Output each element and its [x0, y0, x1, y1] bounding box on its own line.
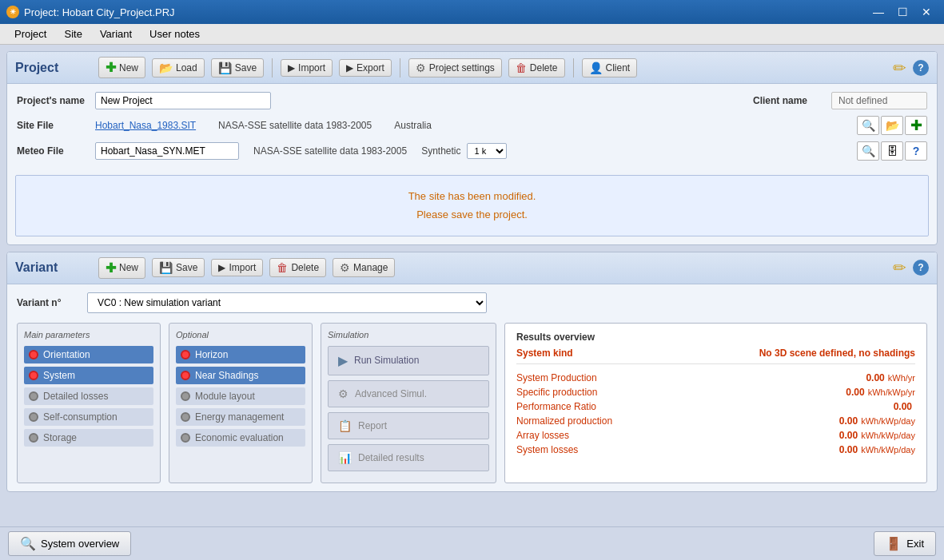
radio-horizon: [181, 350, 190, 359]
meteo-db-button[interactable]: 🗄: [881, 141, 903, 161]
detailed-results-button[interactable]: 📊 Detailed results: [328, 444, 489, 471]
param-self-consumption[interactable]: Self-consumption: [24, 408, 153, 426]
meteo-file-type: Synthetic: [421, 145, 460, 157]
restore-button[interactable]: ☐: [891, 3, 914, 21]
variant-manage-button[interactable]: ⚙ Manage: [333, 258, 395, 277]
param-orientation[interactable]: Orientation: [24, 346, 153, 363]
param-near-shadings[interactable]: Near Shadings: [176, 367, 305, 384]
main-parameters-box: Main parameters Orientation System Detai…: [17, 323, 161, 483]
advanced-simulation-label: Advanced Simul.: [355, 388, 427, 399]
site-add-button[interactable]: ✚: [905, 116, 927, 135]
project-settings-button[interactable]: ⚙ Project settings: [408, 58, 502, 77]
help-icon-variant[interactable]: ?: [913, 260, 929, 276]
result-specific-production: Specific production 0.00 kWh/kWp/yr: [516, 387, 915, 398]
param-energy-management[interactable]: Energy management: [176, 408, 305, 426]
radio-module-layout: [181, 391, 190, 401]
result-array-losses: Array losses 0.00 kWh/kWp/day: [516, 430, 915, 441]
param-horizon[interactable]: Horizon: [176, 346, 305, 363]
project-delete-button[interactable]: 🗑 Delete: [508, 58, 565, 77]
save-icon-variant: 💾: [159, 261, 173, 274]
variant-label: Variant n°: [17, 297, 81, 308]
menu-variant[interactable]: Variant: [92, 26, 140, 42]
site-file-link[interactable]: Hobart_Nasa_1983.SIT: [95, 120, 196, 131]
person-icon: 👤: [589, 62, 603, 74]
optional-title: Optional: [176, 330, 305, 340]
project-export-button[interactable]: ▶ Export: [339, 59, 392, 77]
variant-delete-label: Delete: [291, 262, 319, 273]
variant-save-label: Save: [176, 262, 197, 273]
folder-icon: 📂: [159, 62, 173, 74]
site-search-button[interactable]: 🔍: [857, 116, 879, 135]
site-folder-button[interactable]: 📂: [881, 116, 903, 135]
meteo-search-button[interactable]: 🔍: [857, 141, 879, 161]
meteo-resolution-select[interactable]: 1 k: [467, 143, 507, 159]
result-system-production-values: 0.00 kWh/yr: [866, 372, 915, 383]
result-performance-ratio: Performance Ratio 0.00: [516, 401, 915, 412]
search-icon-bottom: 🔍: [20, 536, 36, 551]
result-normalized-production-values: 0.00 kWh/kWp/day: [839, 415, 915, 427]
report-button[interactable]: 📋 Report: [328, 412, 489, 439]
system-overview-button[interactable]: 🔍 System overview: [8, 531, 131, 556]
title-bar-controls[interactable]: — ☐ ✕: [867, 3, 938, 21]
result-specific-production-label: Specific production: [516, 387, 597, 398]
param-module-layout[interactable]: Module layout: [176, 387, 305, 405]
title-bar-left: ☀ Project: Hobart City_Project.PRJ: [6, 6, 175, 18]
result-system-losses-label: System losses: [516, 444, 578, 455]
param-system[interactable]: System: [24, 367, 153, 384]
result-system-losses: System losses 0.00 kWh/kWp/day: [516, 444, 915, 455]
param-storage-label: Storage: [43, 432, 77, 443]
results-overview-box: Results overview System kind No 3D scene…: [504, 323, 927, 483]
help-icon[interactable]: ?: [913, 60, 929, 76]
project-client-button[interactable]: 👤 Client: [582, 58, 638, 77]
param-economic-evaluation-label: Economic evaluation: [195, 432, 284, 443]
chart-icon: 📊: [338, 451, 352, 464]
variant-import-label: Import: [229, 262, 256, 273]
result-performance-ratio-values: 0.00: [894, 401, 915, 412]
project-name-input[interactable]: [95, 92, 271, 109]
pencil-icon[interactable]: ✏: [893, 58, 906, 77]
system-kind-label: System kind: [516, 348, 573, 359]
meteo-file-input[interactable]: [95, 142, 239, 160]
param-system-label: System: [43, 370, 75, 381]
radio-storage: [29, 433, 38, 443]
project-body: Project's name Client name Not defined S…: [7, 84, 937, 175]
param-module-layout-label: Module layout: [195, 391, 255, 402]
menu-user-notes[interactable]: User notes: [141, 26, 208, 42]
exit-button[interactable]: 🚪 Exit: [874, 531, 936, 556]
main-parameters-title: Main parameters: [24, 330, 153, 340]
project-panel: Project ✚ New 📂 Load 💾 Save ▶ Import ▶ E…: [6, 51, 938, 245]
sim-gear-icon: ⚙: [338, 387, 349, 400]
project-import-button[interactable]: ▶ Import: [281, 59, 333, 77]
meteo-help-button[interactable]: ?: [905, 141, 927, 161]
menu-project[interactable]: Project: [6, 26, 54, 42]
variant-select[interactable]: VC0 : New simulation variant: [87, 292, 487, 313]
result-array-losses-values: 0.00 kWh/kWp/day: [839, 430, 915, 441]
project-export-label: Export: [356, 62, 384, 73]
alert-line2: Please save the project.: [27, 205, 917, 224]
variant-body: Variant n° VC0 : New simulation variant …: [7, 284, 937, 491]
variant-import-button[interactable]: ▶ Import: [211, 259, 263, 276]
project-new-button[interactable]: ✚ New: [98, 57, 145, 78]
radio-near-shadings: [181, 371, 190, 380]
exit-icon: 🚪: [886, 536, 902, 551]
simulation-title: Simulation: [328, 330, 489, 340]
menu-site[interactable]: Site: [56, 26, 90, 42]
project-load-button[interactable]: 📂 Load: [152, 58, 205, 77]
advanced-simulation-button[interactable]: ⚙ Advanced Simul.: [328, 380, 489, 407]
result-normalized-production-num: 0.00: [839, 415, 858, 427]
app-icon: ☀: [6, 6, 19, 18]
result-normalized-production: Normalized production 0.00 kWh/kWp/day: [516, 415, 915, 427]
project-save-button[interactable]: 💾 Save: [211, 58, 264, 77]
variant-delete-button[interactable]: 🗑 Delete: [269, 258, 326, 277]
pencil-icon-variant[interactable]: ✏: [893, 258, 906, 277]
minimize-button[interactable]: —: [867, 3, 890, 21]
close-button[interactable]: ✕: [915, 3, 938, 21]
radio-economic-evaluation: [181, 433, 190, 443]
variant-save-button[interactable]: 💾 Save: [152, 258, 205, 277]
param-economic-evaluation[interactable]: Economic evaluation: [176, 429, 305, 447]
plus-icon: ✚: [106, 60, 116, 75]
param-detailed-losses[interactable]: Detailed losses: [24, 387, 153, 405]
param-storage[interactable]: Storage: [24, 429, 153, 447]
variant-new-button[interactable]: ✚ New: [98, 257, 145, 279]
run-simulation-button[interactable]: ▶ Run Simulation: [328, 346, 489, 375]
